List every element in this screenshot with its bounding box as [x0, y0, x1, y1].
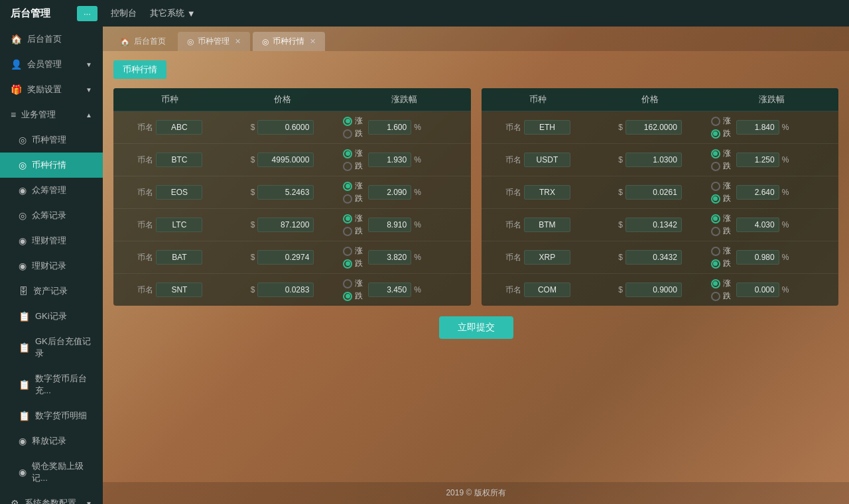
- up-label: 涨: [723, 278, 731, 289]
- radio-down[interactable]: [343, 129, 352, 139]
- change-input[interactable]: [368, 185, 411, 200]
- sidebar-item-business[interactable]: ≡ 业务管理 ▲: [0, 102, 103, 127]
- more-button[interactable]: ···: [77, 6, 98, 21]
- radio-up[interactable]: [343, 214, 352, 223]
- tab-close-coin-manage[interactable]: ✕: [235, 37, 241, 46]
- radio-down[interactable]: [711, 227, 720, 236]
- sidebar-item-coin-market[interactable]: ◎ 币种行情: [0, 153, 103, 178]
- radio-down[interactable]: [711, 129, 720, 139]
- radio-up[interactable]: [711, 279, 720, 288]
- nav-other-systems[interactable]: 其它系统 ▼: [150, 7, 196, 19]
- sidebar-item-members[interactable]: 👤 会员管理 ▼: [0, 52, 103, 77]
- price-input[interactable]: [257, 283, 314, 297]
- down-label: 跌: [723, 128, 731, 139]
- radio-down[interactable]: [343, 292, 352, 301]
- change-input[interactable]: [368, 283, 411, 297]
- price-input[interactable]: [257, 218, 314, 232]
- change-input[interactable]: [368, 153, 411, 167]
- radio-up[interactable]: [343, 182, 352, 191]
- coin-name-input[interactable]: [524, 185, 570, 200]
- radio-down[interactable]: [711, 162, 720, 171]
- price-input[interactable]: [257, 120, 314, 135]
- price-input[interactable]: [625, 250, 682, 265]
- sidebar-item-coin-manage[interactable]: ◎ 币种管理: [0, 127, 103, 153]
- change-input[interactable]: [368, 218, 411, 232]
- sidebar-item-finance[interactable]: ◉ 理财管理: [0, 228, 103, 253]
- change-input[interactable]: [736, 218, 779, 232]
- price-input[interactable]: [625, 153, 682, 167]
- coin-name-input[interactable]: [156, 185, 202, 200]
- sidebar-item-lock-records[interactable]: ◉ 锁仓奖励上级记...: [0, 454, 103, 491]
- radio-down[interactable]: [343, 162, 352, 171]
- radio-up[interactable]: [343, 149, 352, 158]
- change-input[interactable]: [368, 120, 411, 135]
- tab-home[interactable]: 🏠 后台首页: [111, 32, 175, 51]
- submit-button[interactable]: 立即提交: [439, 316, 513, 339]
- change-input[interactable]: [736, 153, 779, 167]
- change-input[interactable]: [736, 283, 779, 297]
- coin-name-input[interactable]: [156, 218, 202, 232]
- radio-up[interactable]: [343, 279, 352, 288]
- coin-name-input[interactable]: [156, 153, 202, 167]
- sidebar-item-finance-records[interactable]: ◉ 理财记录: [0, 253, 103, 279]
- radio-up[interactable]: [711, 149, 720, 158]
- coin-label: 币名: [505, 220, 521, 229]
- sidebar-item-gki-records[interactable]: 📋 GKi记录: [0, 304, 103, 329]
- price-input[interactable]: [625, 283, 682, 297]
- change-input[interactable]: [368, 250, 411, 265]
- radio-down[interactable]: [711, 259, 720, 269]
- radio-up[interactable]: [343, 117, 352, 126]
- coin-name-input[interactable]: [524, 120, 570, 135]
- price-cell: $: [227, 176, 338, 209]
- coin-name-input[interactable]: [156, 120, 202, 135]
- radio-up[interactable]: [711, 117, 720, 126]
- radio-up[interactable]: [711, 214, 720, 223]
- down-label: 跌: [355, 160, 363, 172]
- radio-down[interactable]: [711, 194, 720, 204]
- price-input[interactable]: [625, 185, 682, 200]
- percent-sign: %: [414, 155, 421, 164]
- dollar-sign: $: [618, 123, 623, 132]
- dollar-sign: $: [251, 220, 255, 229]
- radio-up[interactable]: [711, 182, 720, 191]
- percent-sign: %: [782, 123, 789, 132]
- coin-name-input[interactable]: [156, 250, 202, 265]
- radio-up[interactable]: [711, 247, 720, 256]
- tab-close-coin-market[interactable]: ✕: [310, 37, 316, 46]
- price-input[interactable]: [625, 218, 682, 232]
- sidebar-item-digital-detail[interactable]: 📋 数字货币明细: [0, 403, 103, 428]
- sidebar-item-release-records[interactable]: ◉ 释放记录: [0, 428, 103, 454]
- radio-down[interactable]: [711, 292, 720, 301]
- radio-down[interactable]: [343, 227, 352, 236]
- sidebar-item-gk-records[interactable]: 📋 GK后台充值记录: [0, 329, 103, 366]
- sidebar-item-crowdfund[interactable]: ◉ 众筹管理: [0, 178, 103, 203]
- coin-name-input[interactable]: [524, 250, 570, 265]
- radio-down[interactable]: [343, 194, 352, 204]
- sidebar-item-sys-config[interactable]: ⚙ 系统参数配置 ▼: [0, 491, 103, 504]
- coin-name-input[interactable]: [524, 153, 570, 167]
- price-input[interactable]: [257, 185, 314, 200]
- coin-name-input[interactable]: [524, 218, 570, 232]
- coin-cell: 币名: [113, 241, 227, 274]
- dollar-sign: $: [251, 253, 255, 262]
- change-input[interactable]: [736, 120, 779, 135]
- tab-coin-manage[interactable]: ◎ 币种管理 ✕: [178, 32, 250, 51]
- coin-name-input[interactable]: [524, 283, 570, 297]
- sidebar-item-crowd-records[interactable]: ◎ 众筹记录: [0, 203, 103, 228]
- change-input[interactable]: [736, 250, 779, 265]
- sidebar-item-rewards[interactable]: 🎁 奖励设置 ▼: [0, 77, 103, 102]
- change-input[interactable]: [736, 185, 779, 200]
- radio-up[interactable]: [343, 247, 352, 256]
- radio-down[interactable]: [343, 259, 352, 269]
- price-input[interactable]: [625, 120, 682, 135]
- sidebar-item-home[interactable]: 🏠 后台首页: [0, 27, 103, 52]
- sidebar-item-asset-records[interactable]: 🗄 资产记录: [0, 279, 103, 304]
- nav-console[interactable]: 控制台: [111, 7, 137, 19]
- tab-coin-market[interactable]: ◎ 币种行情 ✕: [253, 32, 325, 51]
- coin-name-input[interactable]: [156, 283, 202, 297]
- price-input[interactable]: [257, 250, 314, 265]
- price-cell: $: [227, 241, 338, 274]
- price-input[interactable]: [257, 153, 314, 167]
- coin-label: 币名: [505, 253, 521, 262]
- sidebar-item-digital-recharge[interactable]: 📋 数字货币后台充...: [0, 366, 103, 403]
